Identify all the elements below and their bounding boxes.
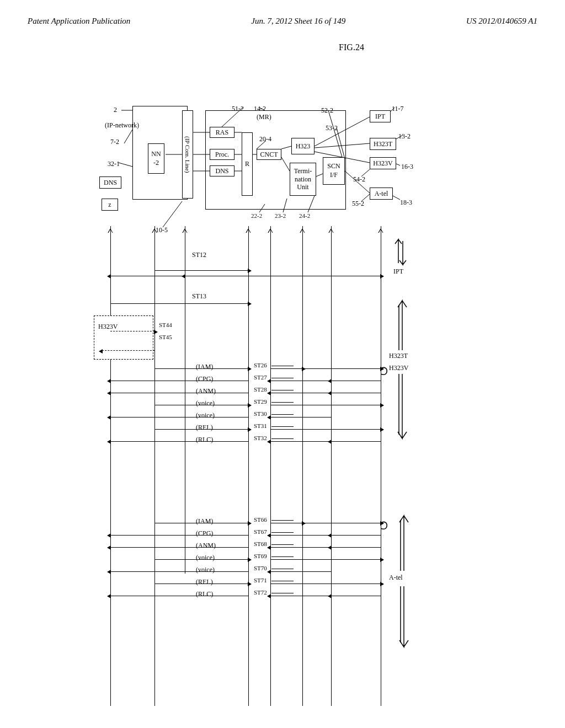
svg-line-27 <box>257 141 266 149</box>
svg-line-19 <box>328 110 342 157</box>
svg-line-32 <box>163 201 182 227</box>
svg-line-25 <box>361 194 370 201</box>
svg-line-22 <box>396 135 403 139</box>
svg-line-12 <box>315 117 370 146</box>
svg-line-23 <box>396 164 400 165</box>
header-mid: Jun. 7, 2012 Sheet 16 of 149 <box>251 17 345 26</box>
svg-line-13 <box>315 143 370 148</box>
svg-line-30 <box>283 199 287 212</box>
svg-line-26 <box>393 196 400 200</box>
svg-line-15 <box>316 174 323 176</box>
connector-lines <box>94 105 414 706</box>
svg-line-29 <box>259 204 265 212</box>
svg-line-24 <box>361 169 370 176</box>
page-header: Patent Application Publication Jun. 7, 2… <box>28 17 537 26</box>
svg-line-18 <box>259 108 265 110</box>
svg-line-1 <box>124 130 132 143</box>
svg-line-31 <box>308 196 315 212</box>
figure-label: FIG.24 <box>166 42 537 52</box>
svg-line-16 <box>345 171 370 193</box>
svg-line-21 <box>391 108 395 111</box>
header-left: Patent Application Publication <box>28 17 130 26</box>
header-right: US 2012/0140659 A1 <box>466 17 537 26</box>
sequence-diagram: (IP-network) 7-2 2 (IP Com. Line) (MR) R… <box>94 105 414 706</box>
svg-line-28 <box>119 163 132 167</box>
svg-line-17 <box>222 108 243 127</box>
svg-line-10 <box>281 146 291 149</box>
svg-line-11 <box>281 157 290 171</box>
